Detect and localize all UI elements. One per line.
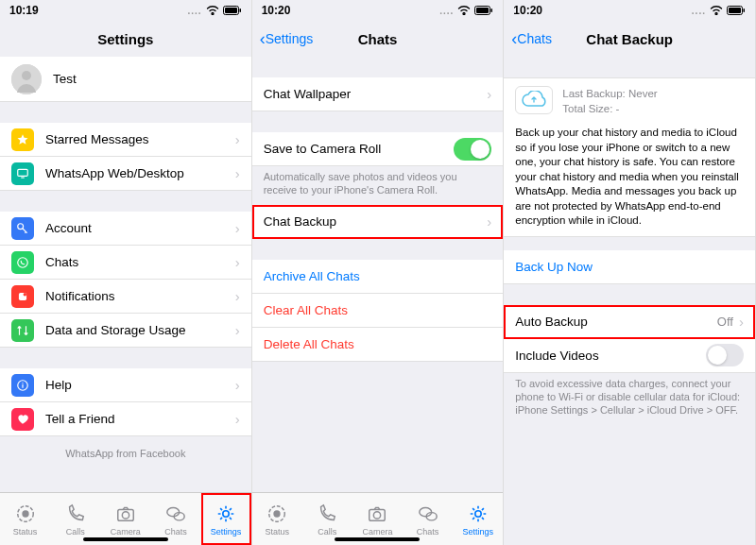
chevron-right-icon: ›: [235, 165, 240, 181]
tab-status[interactable]: Status: [0, 493, 50, 545]
svg-rect-20: [476, 8, 489, 13]
row-tell-friend[interactable]: Tell a Friend ›: [0, 402, 251, 436]
nav-bar: ‹ Settings Chats: [252, 21, 504, 57]
toggle-camera-roll[interactable]: [454, 138, 491, 161]
desktop-icon: [11, 162, 34, 185]
row-save-camera-roll[interactable]: Save to Camera Roll: [252, 132, 504, 166]
camera-icon: [114, 502, 137, 525]
row-chat-backup[interactable]: Chat Backup ›: [252, 205, 504, 239]
chevron-right-icon: ›: [487, 213, 491, 230]
phone-icon: [64, 502, 87, 525]
battery-icon: [223, 6, 242, 15]
row-account[interactable]: Account ›: [0, 212, 251, 246]
chevron-right-icon: ›: [235, 377, 240, 393]
row-whatsapp-web[interactable]: WhatsApp Web/Desktop ›: [0, 157, 251, 191]
tab-bar: Status Calls Camera Chats Settings: [252, 492, 504, 545]
notification-icon: [11, 285, 34, 308]
wifi-icon: [206, 6, 219, 15]
row-delete-chats[interactable]: Delete All Chats: [252, 328, 504, 362]
tab-status[interactable]: Status: [252, 493, 302, 545]
svg-point-18: [223, 510, 229, 516]
svg-rect-1: [225, 8, 237, 13]
backup-meta: Last Backup: Never Total Size: -: [562, 86, 657, 116]
data-charges-note: To avoid excessive data charges, connect…: [504, 373, 755, 425]
status-icon: [266, 502, 288, 525]
wifi-icon: [457, 6, 471, 15]
page-title: Settings: [97, 31, 153, 47]
settings-icon: [467, 502, 490, 525]
row-notifications[interactable]: Notifications ›: [0, 280, 251, 314]
tab-settings[interactable]: Settings: [201, 493, 251, 545]
whatsapp-icon: [11, 251, 34, 274]
chevron-right-icon: ›: [235, 220, 240, 236]
profile-row[interactable]: Test: [0, 57, 251, 102]
row-chats[interactable]: Chats ›: [0, 246, 251, 280]
camera-icon: [366, 502, 388, 525]
back-button[interactable]: ‹ Chats: [511, 29, 552, 49]
star-icon: [11, 128, 34, 151]
heart-icon: [11, 408, 34, 431]
tab-bar: Status Calls Camera Chats Settings: [0, 492, 251, 545]
row-chat-wallpaper[interactable]: Chat Wallpaper ›: [252, 77, 504, 111]
chevron-right-icon: ›: [487, 86, 491, 102]
status-icons: ....: [188, 6, 242, 16]
status-icons: ....: [692, 6, 746, 16]
row-starred-messages[interactable]: Starred Messages ›: [0, 123, 251, 157]
row-archive-chats[interactable]: Archive All Chats: [252, 260, 504, 294]
chevron-right-icon: ›: [235, 411, 240, 427]
svg-rect-30: [729, 8, 741, 13]
clock: 10:19: [9, 4, 39, 17]
signal-icon: ....: [439, 6, 454, 16]
signal-icon: ....: [692, 6, 706, 16]
chevron-right-icon: ›: [235, 254, 240, 270]
row-storage[interactable]: Data and Storage Usage ›: [0, 314, 251, 348]
auto-backup-value: Off: [717, 315, 733, 329]
svg-point-7: [18, 223, 24, 229]
status-bar: 10:20 ....: [504, 0, 755, 21]
status-icon: [14, 502, 37, 525]
footer-text: WhatsApp from Facebook: [0, 448, 251, 459]
settings-pane: 10:19 .... Settings Test Starred Message…: [0, 0, 252, 545]
clock: 10:20: [513, 4, 542, 17]
data-usage-icon: [11, 319, 34, 342]
back-button[interactable]: ‹ Settings: [260, 29, 314, 49]
chats-pane: 10:20 .... ‹ Settings Chats Chat Wallpap…: [252, 0, 505, 545]
svg-point-4: [22, 71, 31, 80]
svg-point-28: [475, 510, 481, 516]
settings-icon: [215, 502, 237, 525]
chats-icon: [164, 502, 187, 525]
wifi-icon: [710, 6, 723, 15]
info-icon: [11, 374, 34, 397]
key-icon: [11, 217, 34, 240]
chevron-right-icon: ›: [235, 288, 240, 304]
chevron-right-icon: ›: [739, 314, 744, 330]
chevron-right-icon: ›: [235, 322, 240, 338]
row-help[interactable]: Help ›: [0, 368, 251, 402]
chevron-right-icon: ›: [235, 131, 240, 147]
nav-bar: Settings: [0, 21, 251, 57]
svg-rect-5: [18, 169, 28, 176]
row-auto-backup[interactable]: Auto Backup Off ›: [504, 305, 755, 339]
page-title: Chats: [358, 31, 398, 47]
svg-rect-2: [239, 9, 241, 12]
svg-point-15: [122, 511, 129, 518]
person-icon: [11, 64, 42, 94]
chats-icon: [417, 502, 439, 525]
svg-point-23: [274, 510, 281, 517]
status-icons: ....: [439, 6, 493, 16]
avatar: [11, 64, 42, 94]
home-indicator[interactable]: [83, 537, 168, 541]
svg-rect-21: [491, 9, 493, 12]
row-clear-chats[interactable]: Clear All Chats: [252, 294, 504, 328]
home-indicator[interactable]: [335, 537, 420, 541]
svg-point-13: [22, 510, 28, 517]
tab-settings[interactable]: Settings: [453, 493, 503, 545]
row-back-up-now[interactable]: Back Up Now: [504, 250, 755, 284]
cloud-icon: [515, 86, 553, 114]
profile-name: Test: [53, 72, 240, 86]
row-include-videos[interactable]: Include Videos: [504, 339, 755, 373]
backup-info-box: Last Backup: Never Total Size: - Back up…: [504, 77, 755, 237]
phone-icon: [316, 502, 338, 525]
svg-rect-31: [743, 9, 745, 12]
toggle-include-videos[interactable]: [706, 344, 744, 366]
